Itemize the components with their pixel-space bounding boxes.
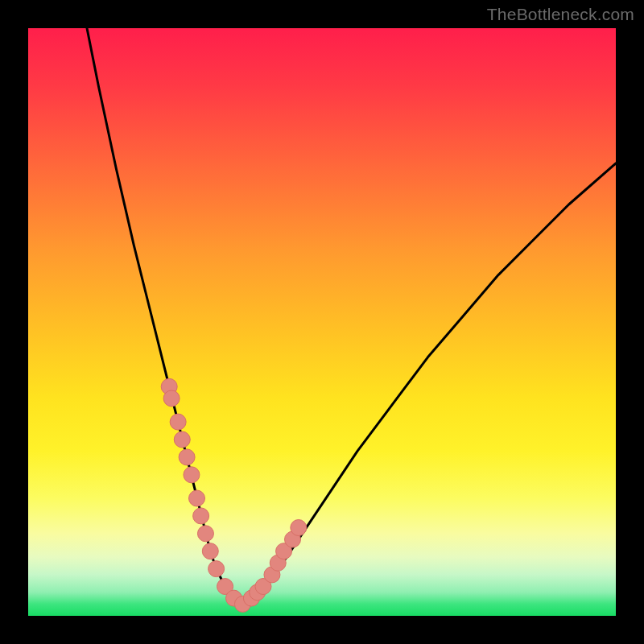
highlight-point [184,467,200,483]
highlight-point [174,431,190,448]
highlight-point [170,414,186,430]
highlight-point [291,520,307,536]
highlight-point [208,561,225,577]
highlight-point [163,390,180,407]
highlight-point [179,449,195,465]
watermark-text: TheBottleneck.com [487,5,634,24]
highlight-point [202,543,218,559]
highlight-point [193,508,209,524]
highlight-point [189,490,205,506]
curve-layer [28,28,616,616]
bottleneck-curve [87,28,616,604]
plot-area [28,28,616,616]
chart-stage: TheBottleneck.com [0,0,644,644]
highlight-point [197,526,213,542]
